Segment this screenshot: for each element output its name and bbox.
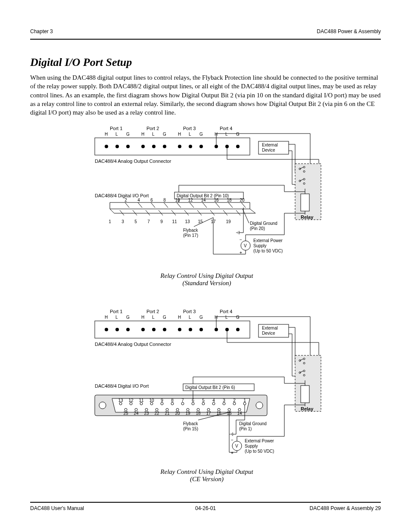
svg-text:H: H [105, 315, 108, 320]
svg-text:10: 10 [149, 398, 154, 403]
svg-text:7: 7 [147, 219, 150, 224]
svg-text:G: G [199, 132, 203, 137]
svg-line-69 [202, 202, 207, 208]
svg-text:H: H [178, 132, 181, 137]
figure-standard: Port 1 Port 2 Port 3 Port 4 HLG HLG HLG … [86, 125, 327, 287]
svg-text:+: + [231, 451, 234, 455]
svg-line-73 [120, 210, 124, 215]
diagram-ce: Port 1 Port 2 Port 3 Port 4 HLG HLG HLG … [86, 308, 327, 463]
svg-point-162 [236, 328, 240, 331]
svg-text:L: L [115, 315, 118, 320]
svg-text:17: 17 [206, 411, 211, 416]
svg-text:G: G [199, 315, 203, 320]
svg-line-74 [133, 210, 137, 215]
svg-text:External Power: External Power [245, 439, 274, 443]
svg-text:V: V [235, 444, 238, 448]
svg-point-158 [189, 328, 192, 331]
svg-text:6: 6 [150, 198, 153, 202]
svg-text:4: 4 [137, 198, 140, 202]
footer-right: DAC488 Power & Assembly 29 [310, 505, 381, 511]
svg-text:1: 1 [243, 398, 246, 403]
svg-text:14: 14 [201, 198, 206, 202]
svg-text:20: 20 [175, 411, 180, 416]
caption-ce: Relay Control Using Digital Output (CE V… [86, 468, 327, 483]
svg-rect-56 [301, 194, 309, 211]
header-right: DAC488 Power & Assembly [317, 28, 381, 34]
svg-text:DAC488/4 Analog Output Connect: DAC488/4 Analog Output Connector [95, 159, 171, 164]
svg-text:1: 1 [109, 219, 111, 224]
svg-text:L: L [189, 315, 191, 320]
svg-point-18 [115, 145, 119, 148]
svg-text:Port 2: Port 2 [146, 309, 159, 314]
svg-line-64 [138, 202, 142, 208]
svg-text:10: 10 [175, 198, 180, 202]
svg-text:18: 18 [196, 411, 201, 416]
svg-text:G: G [163, 132, 166, 137]
svg-text:8: 8 [163, 198, 166, 202]
svg-text:Digital Ground: Digital Ground [250, 221, 277, 226]
svg-text:External: External [262, 143, 278, 147]
svg-text:Port 4: Port 4 [220, 309, 232, 314]
svg-text:Port 3: Port 3 [183, 309, 196, 314]
svg-text:6: 6 [192, 398, 194, 403]
svg-text:20: 20 [240, 198, 245, 202]
svg-text:Supply: Supply [245, 444, 258, 448]
svg-text:H: H [178, 315, 181, 320]
svg-line-80 [210, 210, 215, 215]
svg-text:External Power: External Power [253, 238, 283, 243]
svg-text:22: 22 [154, 411, 159, 416]
svg-point-157 [178, 328, 181, 331]
svg-point-20 [141, 145, 145, 148]
svg-point-54 [303, 183, 305, 184]
svg-line-78 [184, 210, 189, 215]
svg-text:(Pin 17): (Pin 17) [183, 233, 198, 238]
svg-point-183 [303, 358, 305, 360]
svg-text:9: 9 [160, 219, 163, 224]
svg-text:V: V [244, 243, 247, 248]
svg-line-65 [151, 202, 155, 208]
svg-text:24: 24 [134, 411, 139, 416]
svg-line-110 [194, 218, 213, 227]
svg-text:G: G [126, 132, 130, 137]
svg-point-199 [256, 402, 263, 409]
svg-text:9: 9 [161, 398, 163, 403]
svg-text:L: L [225, 132, 228, 137]
svg-text:Device: Device [262, 148, 275, 152]
svg-point-187 [303, 370, 305, 372]
svg-point-154 [141, 328, 145, 331]
svg-text:11: 11 [139, 398, 144, 403]
svg-point-155 [152, 328, 156, 331]
svg-text:L: L [225, 315, 228, 320]
footer-rule [30, 502, 381, 503]
svg-rect-190 [301, 386, 309, 403]
svg-text:5: 5 [134, 219, 137, 224]
body-paragraph: When using the DAC488 digital output lin… [30, 73, 381, 117]
svg-text:3: 3 [121, 219, 124, 224]
svg-point-28 [236, 145, 240, 148]
svg-text:5: 5 [202, 398, 205, 403]
svg-text:External: External [262, 326, 278, 330]
svg-text:−: − [240, 237, 242, 242]
svg-text:(Pin 20): (Pin 20) [250, 226, 265, 231]
svg-text:Port 4: Port 4 [220, 126, 232, 131]
svg-text:Relay: Relay [301, 215, 314, 220]
svg-text:19: 19 [226, 219, 231, 224]
svg-text:L: L [115, 132, 118, 137]
svg-point-153 [126, 328, 130, 331]
svg-text:Flyback: Flyback [183, 421, 198, 426]
svg-text:25: 25 [123, 411, 128, 416]
diagram-standard: Port 1 Port 2 Port 3 Port 4 HLG HLG HLG … [86, 125, 327, 267]
svg-line-82 [236, 210, 240, 215]
svg-text:DAC488/4 Digital I/O Port: DAC488/4 Digital I/O Port [95, 383, 149, 389]
svg-text:2: 2 [233, 398, 236, 403]
svg-text:G: G [126, 315, 130, 320]
svg-text:13: 13 [185, 219, 190, 224]
svg-text:G: G [236, 132, 240, 137]
svg-point-17 [105, 145, 108, 148]
svg-text:(Up to 50 VDC): (Up to 50 VDC) [245, 449, 274, 454]
svg-line-79 [197, 210, 202, 215]
svg-point-19 [126, 145, 130, 148]
svg-line-81 [223, 210, 227, 215]
svg-text:7: 7 [181, 398, 184, 403]
svg-text:21: 21 [165, 411, 170, 416]
